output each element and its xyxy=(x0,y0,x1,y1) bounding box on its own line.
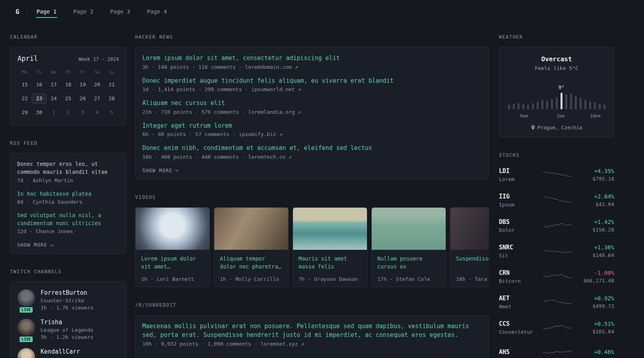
stock-sparkline xyxy=(542,195,572,206)
tab-page-2[interactable]: Page 2 xyxy=(72,1,94,22)
calendar-day-header: We xyxy=(47,70,61,75)
weather-bar xyxy=(589,101,591,109)
hn-item-domain[interactable]: loremdomain.com ↗ xyxy=(245,64,298,70)
hn-item: Integer eget rutrum lorem 6h · 60 points… xyxy=(142,121,482,138)
video-title: Aliquam tempor dolor nec pharetra… xyxy=(220,255,283,271)
weather-bar xyxy=(541,100,543,109)
calendar-day-selected: 23 xyxy=(32,93,46,104)
channel-meta: 3h · 1.2k viewers xyxy=(41,334,93,340)
stock-row[interactable]: AETAmet +0.92%$499.72 xyxy=(499,292,614,311)
weather-hourly-bars: 9° xyxy=(506,85,607,109)
rss-item-meta: 8d · Cynthia Saunders xyxy=(17,199,119,205)
hn-show-more-button[interactable]: SHOW MORE xyxy=(142,168,178,173)
tab-page-1[interactable]: Page 1 xyxy=(36,1,58,22)
weather-feels-like: Feels like 5°C xyxy=(506,65,607,71)
video-meta: 17h · Stefan Cole xyxy=(377,276,440,282)
subreddit-widget: /R/SUBREDDIT Maecenas mollis pulvinar er… xyxy=(135,302,489,358)
stock-row[interactable]: SNRCSit +1.36%$148.64 xyxy=(499,241,614,261)
stock-price: $165.84 xyxy=(578,329,614,335)
hn-item-title[interactable]: Integer eget rutrum lorem xyxy=(142,121,482,130)
nav-divider xyxy=(27,7,27,16)
twitch-channel[interactable]: KendallCarr xyxy=(17,348,119,358)
middle-column: HACKER NEWS Lorem ipsum dolor sit amet, … xyxy=(135,34,489,358)
calendar-day: 29 xyxy=(17,107,32,118)
stock-row[interactable]: CRNBitcorn -1.00%$66,171.48 xyxy=(499,267,614,286)
tab-page-4[interactable]: Page 4 xyxy=(146,1,168,22)
weather-card: Overcast Feels like 5°C 9° 6am2pm10pm Pr… xyxy=(499,47,614,137)
hn-item-title[interactable]: Aliquam nec cursus elit xyxy=(142,99,482,108)
weather-bar: 9° xyxy=(561,93,563,109)
stocks-section-title: STOCKS xyxy=(499,152,614,158)
stock-change: +1.36% xyxy=(594,244,614,251)
stock-name: Sit xyxy=(499,253,537,259)
hn-item-domain[interactable]: ipsumify.biz ↗ xyxy=(239,131,283,137)
dashboard: CALENDAR April Week 17 · 2024 Mo Tu We T… xyxy=(0,23,644,358)
stock-row[interactable]: DBSDolor +1.42%$156.28 xyxy=(499,216,614,235)
reddit-post-title[interactable]: Maecenas mollis pulvinar erat non posuer… xyxy=(142,322,482,340)
video-title: Nullam posuere cursus ex xyxy=(377,255,440,271)
rss-item: Donec tempor eros leo, ut commodo mauris… xyxy=(17,160,119,183)
video-thumbnail xyxy=(372,208,446,250)
reddit-post-domain[interactable]: loremnet.xyz ↗ xyxy=(260,341,304,347)
calendar-day-headers: Mo Tu We Th Fr Sa Su xyxy=(17,70,119,75)
hn-item-domain[interactable]: ipsumworld.net ↗ xyxy=(251,86,301,92)
weather-section-title: WEATHER xyxy=(499,34,614,40)
stock-sparkline xyxy=(542,169,572,180)
external-link-icon: ↗ xyxy=(295,64,298,70)
weather-bar xyxy=(522,104,524,109)
tab-page-3[interactable]: Page 3 xyxy=(109,1,131,22)
rss-show-more-button[interactable]: SHOW MORE xyxy=(17,242,53,248)
hn-item: Aliquam nec cursus elit 21h · 710 points… xyxy=(142,99,482,115)
app-logo[interactable]: G xyxy=(10,8,27,16)
reddit-post: Maecenas mollis pulvinar erat non posuer… xyxy=(142,322,482,347)
stock-name: Bitcorn xyxy=(499,278,537,284)
twitch-card: LIVE ForrestBurton Counter-Strike 1h · 1… xyxy=(10,282,126,358)
rss-item-title[interactable]: Donec tempor eros leo, ut commodo mauris… xyxy=(17,160,119,176)
stock-row[interactable]: IIGIpsum +2.84%$42.04 xyxy=(499,191,614,210)
weather-bar xyxy=(546,101,548,109)
hn-item-domain[interactable]: loremlandia.org ↗ xyxy=(248,109,301,115)
hn-item-title[interactable]: Donec enim nibh, condimentum et accumsan… xyxy=(142,144,482,153)
channel-name: ForrestBurton xyxy=(41,289,93,296)
hn-section-title: HACKER NEWS xyxy=(135,34,489,40)
stock-row[interactable]: LDILorem +4.35%$795.18 xyxy=(499,165,614,184)
stock-name: Ipsum xyxy=(499,202,537,208)
video-card[interactable]: Suspendisse diam 18h · Tara xyxy=(450,207,489,287)
calendar-day: 26 xyxy=(76,93,90,104)
stock-row[interactable]: AHS +0.46% xyxy=(499,343,614,358)
video-card[interactable]: Lorem ipsum dolor sit amet consectetu… 1… xyxy=(135,207,210,287)
right-column: WEATHER Overcast Feels like 5°C 9° 6am2p… xyxy=(499,34,614,358)
stock-price: $42.04 xyxy=(578,201,614,207)
hn-item-title[interactable]: Lorem ipsum dolor sit amet, consectetur … xyxy=(142,54,482,63)
video-card[interactable]: Mauris sit amet massa felis 7h · Grayson… xyxy=(293,207,367,287)
calendar-day: 3 xyxy=(76,107,90,118)
stock-symbol: DBS xyxy=(499,218,510,226)
twitch-section-title: TWITCH CHANNELS xyxy=(10,269,126,274)
video-card[interactable]: Nullam posuere cursus ex 17h · Stefan Co… xyxy=(371,207,446,287)
hn-item-domain[interactable]: loremtech.co ↗ xyxy=(248,154,292,160)
channel-category: Counter-Strike xyxy=(41,298,93,304)
stock-name: Consectetur xyxy=(499,329,537,335)
twitch-channel[interactable]: LIVE Trisha League of Legends 3h · 1.2k … xyxy=(17,319,119,340)
stock-change: +4.35% xyxy=(594,168,614,174)
weather-time-label: 10pm xyxy=(590,113,601,119)
calendar-card: April Week 17 · 2024 Mo Tu We Th Fr Sa S… xyxy=(10,47,126,125)
rss-item: In hac habitasse platea 8d · Cynthia Sau… xyxy=(17,190,119,205)
video-card[interactable]: Aliquam tempor dolor nec pharetra… 1h · … xyxy=(214,207,289,287)
stock-row[interactable]: CCSConsectetur +0.51%$165.84 xyxy=(499,318,614,337)
rss-item-title[interactable]: In hac habitasse platea xyxy=(17,190,119,198)
rss-item-title[interactable]: Sed volutpat nulla nisl, a condimentum n… xyxy=(17,211,119,228)
weather-bar xyxy=(570,93,572,109)
hn-item-meta: 21h · 710 points · 579 comments · loreml… xyxy=(142,109,482,115)
calendar-day: 4 xyxy=(90,107,104,118)
stock-price: $148.64 xyxy=(578,252,614,258)
stocks-list: LDILorem +4.35%$795.18 IIGIpsum +2.84%$4… xyxy=(499,165,614,358)
weather-bar xyxy=(575,96,577,109)
calendar-day-header: Su xyxy=(105,70,119,75)
left-column: CALENDAR April Week 17 · 2024 Mo Tu We T… xyxy=(10,34,126,358)
hn-item-title[interactable]: Donec imperdiet augue tincidunt felis al… xyxy=(142,76,482,86)
twitch-channel[interactable]: LIVE ForrestBurton Counter-Strike 1h · 1… xyxy=(17,289,119,311)
stock-symbol: SNRC xyxy=(499,244,513,251)
channel-meta: 1h · 1.7k viewers xyxy=(41,305,93,311)
stock-change: +2.84% xyxy=(594,193,614,200)
